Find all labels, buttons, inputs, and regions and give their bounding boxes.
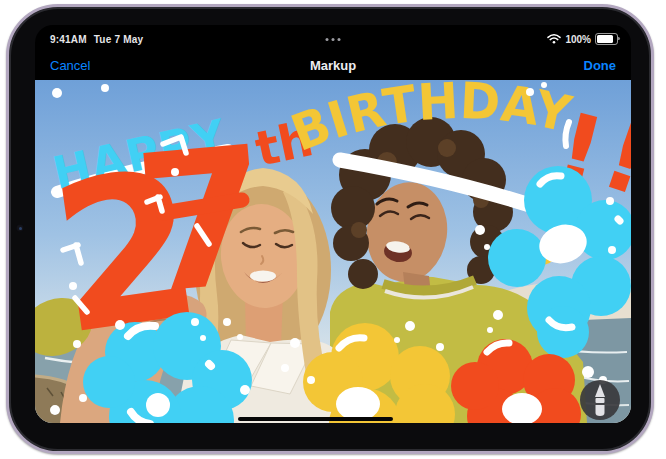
multitask-dots-icon[interactable] — [326, 38, 341, 41]
page-title: Markup — [35, 58, 631, 73]
wifi-icon — [547, 34, 561, 44]
markup-nav-bar: Cancel Markup Done — [35, 52, 631, 80]
screen: 9:41AMTue 7 May 100% Cancel Markup Done — [35, 25, 631, 423]
status-time: 9:41AM — [50, 34, 87, 45]
status-bar: 9:41AMTue 7 May 100% — [35, 25, 631, 52]
status-date: Tue 7 May — [94, 34, 143, 45]
status-indicators: 100% — [547, 33, 618, 45]
front-camera-icon — [16, 224, 24, 232]
status-time-date: 9:41AMTue 7 May — [50, 34, 143, 45]
home-indicator[interactable] — [238, 417, 393, 421]
photo-canvas[interactable]: HAPPY 2 7 th BIRTHDAY !!! — [35, 80, 631, 423]
battery-percent: 100% — [565, 34, 591, 45]
done-button[interactable]: Done — [584, 58, 617, 73]
photo-scene: HAPPY 2 7 th BIRTHDAY !!! — [35, 80, 631, 423]
battery-icon — [595, 33, 618, 45]
pencil-tool-button[interactable] — [580, 380, 620, 420]
